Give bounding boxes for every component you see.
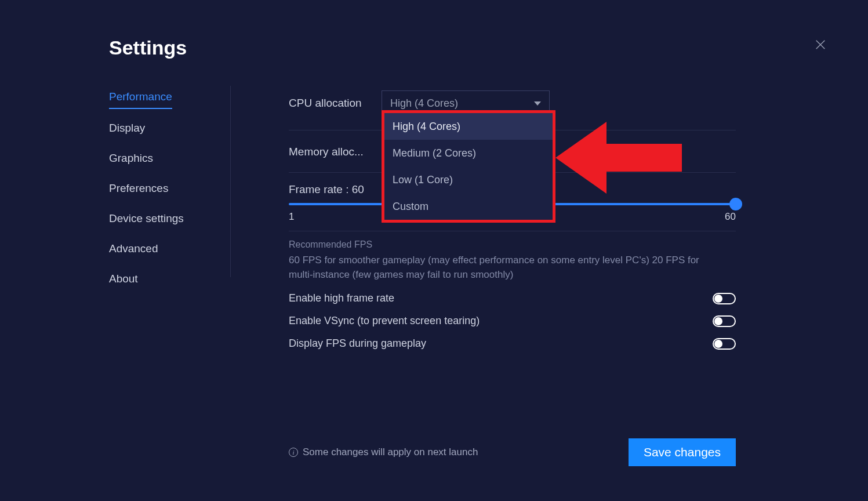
chevron-down-icon	[534, 101, 541, 106]
sidebar-item-display[interactable]: Display	[109, 117, 145, 139]
cpu-option-medium[interactable]: Medium (2 Cores)	[384, 140, 553, 166]
page-title: Settings	[109, 37, 187, 59]
framerate-min: 1	[289, 211, 294, 223]
recommended-fps-text: 60 FPS for smoother gameplay (may effect…	[289, 253, 712, 282]
cpu-option-high[interactable]: High (4 Cores)	[384, 113, 553, 140]
footer: i Some changes will apply on next launch…	[289, 438, 736, 466]
sidebar-item-graphics[interactable]: Graphics	[109, 147, 153, 169]
sidebar: Performance Display Graphics Preferences…	[109, 86, 231, 277]
toggle-vsync-label: Enable VSync (to prevent screen tearing)	[289, 315, 480, 327]
footer-note: i Some changes will apply on next launch	[289, 446, 478, 458]
sidebar-item-device-settings[interactable]: Device settings	[109, 208, 184, 230]
cpu-dropdown: High (4 Cores) Medium (2 Cores) Low (1 C…	[382, 110, 555, 223]
cpu-option-low[interactable]: Low (1 Core)	[384, 166, 553, 193]
toggle-vsync[interactable]	[713, 315, 736, 327]
framerate-slider-thumb[interactable]	[729, 198, 742, 210]
sidebar-item-preferences[interactable]: Preferences	[109, 177, 168, 199]
toggle-knob	[714, 340, 722, 348]
toggle-display-fps-label: Display FPS during gameplay	[289, 337, 426, 350]
toggle-vsync-row: Enable VSync (to prevent screen tearing)	[289, 315, 736, 327]
toggle-high-frame-label: Enable high frame rate	[289, 292, 394, 304]
toggle-knob	[714, 317, 722, 325]
sidebar-item-performance[interactable]: Performance	[109, 86, 172, 109]
info-icon: i	[289, 448, 298, 457]
toggle-high-frame[interactable]	[713, 293, 736, 304]
cpu-option-custom[interactable]: Custom	[384, 193, 553, 220]
recommended-fps-heading: Recommended FPS	[289, 239, 736, 250]
sidebar-item-advanced[interactable]: Advanced	[109, 238, 158, 260]
toggle-display-fps[interactable]	[713, 338, 736, 350]
toggle-high-frame-row: Enable high frame rate	[289, 292, 736, 304]
toggle-knob	[714, 295, 722, 303]
cpu-label: CPU allocation	[289, 97, 382, 110]
framerate-max: 60	[725, 211, 736, 223]
memory-label: Memory alloc...	[289, 146, 382, 158]
save-changes-button[interactable]: Save changes	[629, 438, 736, 466]
settings-panel: Settings Performance Display Graphics Pr…	[10, 5, 858, 496]
toggle-display-fps-row: Display FPS during gameplay	[289, 337, 736, 350]
sidebar-item-about[interactable]: About	[109, 268, 138, 290]
close-icon	[814, 38, 827, 51]
close-button[interactable]	[812, 37, 829, 53]
cpu-select-value: High (4 Cores)	[390, 97, 458, 110]
footer-note-text: Some changes will apply on next launch	[303, 446, 478, 458]
